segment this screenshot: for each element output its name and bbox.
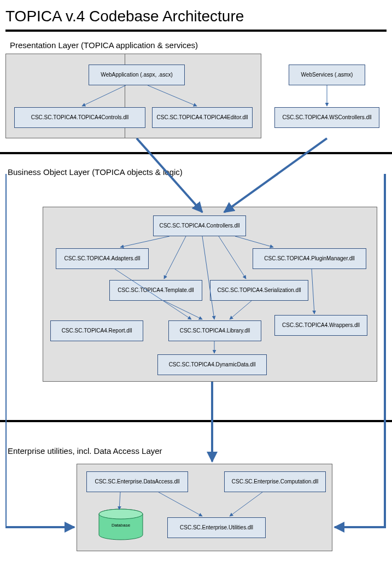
dataaccess-box: CSC.SC.Enterprise.DataAccess.dll <box>86 471 188 492</box>
serialization-box: CSC.SC.TOPICA4.Serialization.dll <box>210 280 308 301</box>
utilities-box: CSC.SC.Enterprise.Utilities.dll <box>167 517 266 538</box>
pluginmanager-box: CSC.SC.TOPICA4.PluginManager.dll <box>253 248 366 269</box>
computation-box: CSC.SC.Enterprise.Computation.dll <box>224 471 326 492</box>
webapp-box: WebApplication (.aspx, .ascx) <box>89 65 185 85</box>
presentation-layer-label: Presentation Layer (TOPICA application &… <box>10 40 198 50</box>
controls-box: CSC.SC.TOPICA4.TOPICA4Controls.dll <box>14 107 145 128</box>
svg-line-6 <box>224 138 327 212</box>
diagram: Presentation Layer (TOPICA application &… <box>5 37 387 551</box>
business-layer-label: Business Object Layer (TOPICA objects & … <box>8 167 183 177</box>
divider <box>0 420 392 422</box>
library-box: CSC.SC.TOPICA4.Library.dll <box>168 320 261 341</box>
database-cylinder: Database <box>97 509 144 540</box>
wscontrollers-box: CSC.SC.TOPICA4.WSControllers.dll <box>274 107 379 128</box>
webservices-box: WebServices (.asmx) <box>289 65 365 85</box>
controllers-box: CSC.SC.TOPICA4.Controllers.dll <box>153 215 246 236</box>
dynamicdata-box: CSC.SC.TOPICA4.DynamicData.dll <box>157 354 267 375</box>
svg-point-1 <box>99 509 143 519</box>
wrappers-box: CSC.SC.TOPICA4.Wrappers.dll <box>274 315 367 336</box>
divider <box>0 152 392 154</box>
database-label: Database <box>97 523 144 528</box>
report-box: CSC.SC.TOPICA4.Report.dll <box>50 320 143 341</box>
editor-box: CSC.SC.TOPICA4.TOPICA4Editor.dll <box>152 107 253 128</box>
page-title: TOPICA v.4 Codebase Architecture <box>5 8 387 25</box>
enterprise-layer-label: Enterprise utilities, incl. Data Access … <box>8 446 162 456</box>
divider <box>5 30 387 32</box>
adapters-box: CSC.SC.TOPICA4.Adapters.dll <box>56 248 149 269</box>
template-box: CSC.SC.TOPICA4.Template.dll <box>109 280 202 301</box>
